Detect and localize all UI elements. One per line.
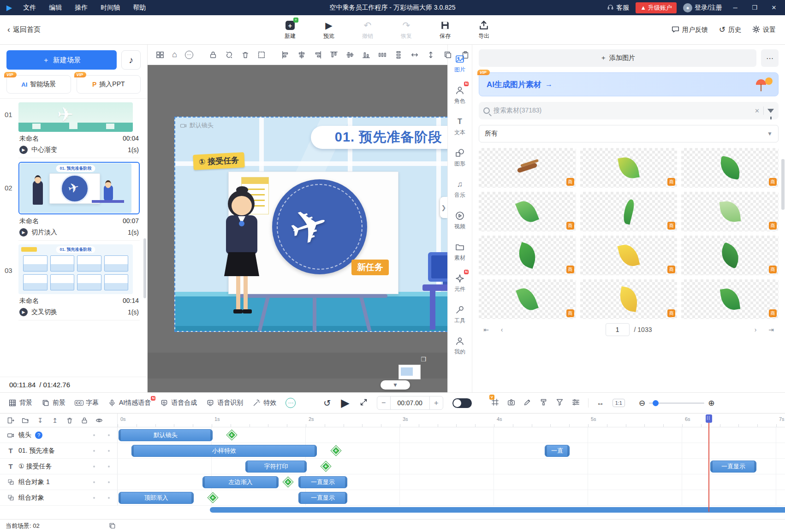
keyframe-add[interactable] — [227, 430, 237, 440]
time-increase-button[interactable]: ＋ — [430, 398, 443, 408]
clear-search-icon[interactable]: ✕ — [755, 107, 760, 114]
asset-item[interactable]: 商 — [681, 236, 779, 275]
foreground-button[interactable]: 前景 — [42, 399, 65, 407]
add-image-button[interactable]: ＋ 添加图片 — [479, 49, 756, 67]
storyboard-icon[interactable] — [156, 50, 164, 60]
asset-item[interactable]: 商 — [479, 279, 576, 319]
distribute-v-icon[interactable] — [394, 50, 403, 60]
track-lane[interactable]: 默认镜头 — [118, 427, 785, 443]
tab-element[interactable]: N 元件 — [448, 268, 471, 298]
insert-ppt-button[interactable]: VIP P 插入PPT — [77, 75, 141, 94]
play-button[interactable]: ▶ — [341, 396, 349, 409]
fit-width-icon[interactable]: ↔ — [597, 399, 604, 407]
asset-item[interactable]: 商 — [580, 192, 678, 231]
scene-name[interactable]: 未命名 — [19, 135, 39, 143]
minimize-button[interactable]: ─ — [729, 4, 742, 11]
zoom-out-icon[interactable]: ⊖ — [639, 398, 645, 408]
assets-scrollbar[interactable] — [781, 159, 785, 210]
transition-row[interactable]: ▶ 切片淡入 1(s) — [18, 227, 140, 241]
timeline-block[interactable]: 默认镜头 — [119, 429, 213, 441]
asset-item[interactable]: 商 — [681, 192, 779, 231]
upgrade-account-button[interactable]: ▲ 升级账户 — [636, 2, 677, 13]
track-lane[interactable]: 字符打印 一直显示 — [118, 459, 785, 474]
undo-button[interactable]: ↶ 撤销 — [354, 20, 381, 40]
add-group-icon[interactable] — [21, 416, 30, 425]
more-options-icon[interactable]: ⋯ — [185, 50, 193, 60]
replay-icon[interactable]: ↺ — [323, 398, 331, 408]
zoom-in-icon[interactable]: ⊕ — [708, 398, 714, 408]
menu-edit[interactable]: 编辑 — [42, 0, 68, 15]
align-top-icon[interactable] — [330, 50, 338, 60]
asset-item[interactable]: 商 — [479, 236, 576, 275]
menu-file[interactable]: 文件 — [17, 0, 42, 15]
track-label[interactable]: 镜头 ? — [0, 427, 118, 443]
track-label[interactable]: 组合对象 1 — [0, 474, 118, 490]
keyframe-add[interactable] — [331, 446, 341, 455]
more-tools-button[interactable]: ⋯ — [285, 398, 296, 408]
tab-shapes[interactable]: 图形 — [448, 142, 471, 173]
transition-row[interactable]: ▶ 交叉切换 1(s) — [18, 307, 140, 320]
settings-button[interactable]: 设置 — [752, 25, 776, 35]
delete-icon[interactable] — [241, 50, 250, 60]
lock-track-icon[interactable] — [80, 416, 89, 425]
align-center-h-icon[interactable] — [297, 50, 306, 60]
delete-track-icon[interactable] — [65, 416, 74, 425]
history-button[interactable]: ↺ 历史 — [719, 25, 741, 35]
tab-tools[interactable]: 工具 — [448, 299, 471, 330]
tab-material[interactable]: 素材 — [448, 236, 471, 267]
align-middle-icon[interactable] — [346, 50, 354, 60]
move-up-icon[interactable]: ↥ — [51, 416, 59, 425]
task-tag[interactable]: ① 接受任务 — [193, 152, 245, 170]
login-button[interactable]: ● 登录/注册 — [683, 3, 722, 12]
category-select[interactable]: 所有 ▼ — [479, 125, 779, 142]
asset-item[interactable]: 商 — [681, 279, 779, 319]
adjust-sliders-icon[interactable] — [572, 398, 580, 408]
timeline-block[interactable]: 小样特效 — [131, 445, 317, 457]
preview-button[interactable]: ▶ 预览 — [315, 20, 342, 40]
timeline-ruler[interactable]: 0s 1s 2s 3s 4s 5s 6s 7s — [118, 414, 785, 427]
voice-recognition-button[interactable]: 语音识别 — [206, 399, 243, 407]
distribute-h-icon[interactable] — [378, 50, 387, 60]
track-label[interactable]: T ① 接受任务 — [0, 459, 118, 474]
home-icon[interactable]: ⌂ — [172, 50, 177, 60]
current-time-value[interactable]: 00:07.00 — [390, 396, 430, 410]
ratio-1-1-button[interactable]: 1:1 — [613, 399, 625, 407]
minimap[interactable] — [398, 365, 421, 379]
asset-item[interactable]: 商 — [479, 192, 576, 231]
transition-row[interactable]: ▶ 中心渐变 1(s) — [18, 145, 140, 158]
add-object-icon[interactable] — [6, 416, 15, 425]
filter-icon[interactable] — [767, 109, 774, 113]
timeline-block-partial[interactable] — [210, 507, 785, 513]
scene-name[interactable]: 未命名 — [19, 297, 39, 305]
sidebar-scrollbar[interactable] — [143, 238, 146, 298]
time-decrease-button[interactable]: − — [377, 399, 390, 407]
align-bottom-icon[interactable] — [362, 50, 370, 60]
timeline-block[interactable]: 左边渐入 — [202, 476, 279, 488]
edit-icon[interactable] — [523, 398, 531, 408]
new-scene-button[interactable]: ＋ 新建场景 — [6, 50, 117, 70]
track-lane[interactable]: 小样特效 一直 — [118, 443, 785, 458]
camera-icon[interactable] — [507, 398, 515, 408]
tab-mine[interactable]: 我的 — [448, 331, 471, 361]
tab-text[interactable]: T 文本 — [448, 111, 471, 142]
preview-toggle[interactable] — [452, 398, 472, 408]
flight-attendant-standing[interactable] — [215, 190, 270, 329]
flight-attendant-seated[interactable] — [422, 208, 447, 331]
align-left-icon[interactable] — [281, 50, 290, 60]
zoom-slider-track[interactable] — [649, 402, 704, 404]
feedback-button[interactable]: 用户反馈 — [672, 25, 708, 35]
last-page-button[interactable]: ⇥ — [766, 326, 777, 333]
track-lane[interactable]: 左边渐入 一直显示 — [118, 474, 785, 490]
timeline-block[interactable]: 顶部渐入 — [119, 492, 194, 504]
scene-item-3[interactable]: 03 01. 预先准备阶段 未命名 00:14 — [0, 241, 147, 320]
menu-help[interactable]: 帮助 — [126, 0, 152, 15]
ai-voice-button[interactable]: N AI情感语音 — [108, 399, 151, 407]
track-lane[interactable]: 顶部渐入 一直显示 — [118, 490, 785, 505]
lock-icon[interactable] — [209, 50, 217, 60]
scene-thumbnail[interactable]: 01. 预先准备阶段 — [18, 244, 133, 294]
page-input[interactable] — [606, 323, 630, 336]
tab-character[interactable]: N 角色 — [448, 80, 471, 110]
scene-thumbnail[interactable]: ✈ — [18, 102, 133, 132]
asset-item[interactable]: 商 — [580, 236, 678, 275]
asset-item[interactable]: 商 — [580, 148, 678, 188]
